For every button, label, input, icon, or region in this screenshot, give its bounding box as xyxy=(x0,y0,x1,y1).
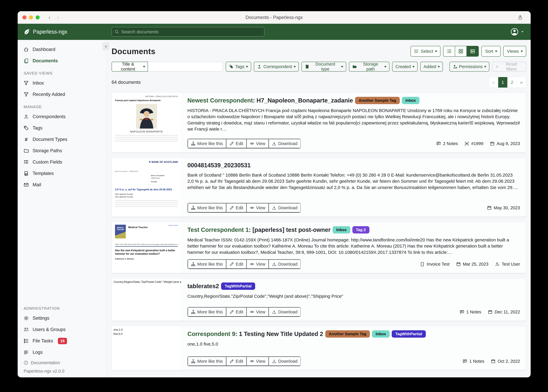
hash-icon: # xyxy=(24,137,29,142)
tag-pill[interactable]: Inbox xyxy=(372,330,389,338)
tag-pill[interactable]: Tag 2 xyxy=(352,226,369,233)
edit-button[interactable]: Edit xyxy=(226,203,246,212)
document-thumbnail[interactable]: ✳ BANK OF SCOTLAND Bank of Scotland · 10… xyxy=(112,158,181,217)
sort-button[interactable]: Sort▾ xyxy=(482,46,501,57)
download-button[interactable]: Download xyxy=(269,307,301,316)
download-button[interactable]: Download xyxy=(269,203,301,212)
notes-indicator[interactable]: 2 Notes xyxy=(436,141,458,146)
document-thumbnail[interactable]: MEDICAL TEACHER Medical Teacher Taylor &… xyxy=(112,222,181,273)
edit-button[interactable]: Edit xyxy=(226,357,246,366)
view-detail-button[interactable] xyxy=(467,46,478,56)
download-button[interactable]: Download xyxy=(269,259,301,269)
document-correspondent-link[interactable]: Test Correspondent 1 xyxy=(187,226,249,233)
view-button[interactable]: View xyxy=(246,307,269,316)
document-thumbnail[interactable]: Country,Region/State,"Zip/Postal Code","… xyxy=(112,278,181,321)
edit-button[interactable]: Edit xyxy=(226,259,246,269)
more-like-this-button[interactable]: More like this xyxy=(188,307,226,316)
document-card: Serial Number,Company Name,Employee Mark… xyxy=(112,375,526,377)
added-filter-button[interactable]: Added▾ xyxy=(420,62,443,71)
title-content-dropdown[interactable]: Title & content▾ xyxy=(112,62,148,71)
svg-text:?: ? xyxy=(25,362,27,364)
sidebar-label: Custom Fields xyxy=(33,159,62,165)
pagination-prev[interactable]: « xyxy=(489,77,498,88)
share-icon[interactable] xyxy=(518,15,523,20)
document-snippet: Medical Teacher ISSN: 0142-159X (Print) … xyxy=(187,237,520,255)
sidebar-item-correspondents[interactable]: Correspondents xyxy=(18,111,106,122)
sidebar-item-templates[interactable]: Templates xyxy=(18,168,106,179)
pagination-next[interactable]: » xyxy=(517,77,526,88)
search-input[interactable] xyxy=(121,29,261,34)
tag-pill[interactable]: Inbox xyxy=(333,226,350,233)
more-like-this-button[interactable]: More like this xyxy=(188,203,226,212)
document-type-filter-button[interactable]: Document type▾ xyxy=(302,62,346,71)
grid-view-icon xyxy=(458,49,463,54)
document-card: ✳ BANK OF SCOTLAND Bank of Scotland · 10… xyxy=(112,158,526,217)
created-filter-button[interactable]: Created▾ xyxy=(392,62,418,71)
edit-button[interactable]: Edit xyxy=(226,139,246,148)
notes-indicator[interactable]: 1 Notes xyxy=(460,309,481,315)
sidebar-item-dashboard[interactable]: Dashboard xyxy=(18,44,106,55)
document-correspondent-link[interactable]: Correspondent 9 xyxy=(187,331,235,337)
brand[interactable]: Paperless-ngx xyxy=(23,28,67,35)
sidebar-label: Recently Added xyxy=(33,92,65,97)
view-button[interactable]: View xyxy=(246,203,269,212)
tag-pill[interactable]: TagWithPartial xyxy=(221,282,255,290)
sidebar-item-logs[interactable]: Logs xyxy=(18,347,106,358)
sidebar-item-storage-paths[interactable]: Storage Paths xyxy=(18,145,106,156)
tag-pill[interactable]: TagWithPartial xyxy=(392,330,426,338)
tag-pill[interactable]: Another Sample Tag xyxy=(355,97,400,104)
tag-pill[interactable]: Inbox xyxy=(402,97,419,104)
sidebar-item-users-groups[interactable]: Users & Groups xyxy=(18,324,106,335)
sidebar-item-documents[interactable]: Documents xyxy=(18,55,106,66)
tags-filter-label: Tags xyxy=(235,64,244,69)
title-content-input[interactable] xyxy=(148,62,223,71)
view-button[interactable]: View xyxy=(246,139,269,148)
correspondent-filter-button[interactable]: Correspondent▾ xyxy=(254,62,299,71)
sort-label: Sort xyxy=(485,49,493,54)
sidebar-collapse-button[interactable]: « xyxy=(102,42,109,50)
sidebar-item-recently-added[interactable]: Recently Added xyxy=(18,89,106,100)
pagination-page-2[interactable]: 2 xyxy=(507,77,517,88)
document-correspondent-link[interactable]: Newest Correspondent xyxy=(187,97,253,104)
sidebar-item-inbox[interactable]: Inbox xyxy=(18,77,106,89)
sidebar-item-mail[interactable]: Mail xyxy=(18,179,106,190)
sidebar-item-settings[interactable]: Settings xyxy=(18,313,106,324)
view-button[interactable]: View xyxy=(246,259,269,269)
sidebar-item-tags[interactable]: Tags xyxy=(18,122,106,134)
permissions-filter-button[interactable]: Permissions▾ xyxy=(449,62,489,71)
sidebar-item-documentation[interactable]: ? Documentation xyxy=(18,358,106,367)
home-icon xyxy=(24,47,29,52)
tag-pill[interactable]: Another Sample Tag xyxy=(325,330,370,338)
more-like-this-button[interactable]: More like this xyxy=(188,139,226,148)
sidebar-section-administration: ADMINISTRATION xyxy=(18,306,106,311)
tags-filter-button[interactable]: Tags▾ xyxy=(226,62,251,71)
document-thumbnail[interactable]: Serial Number,Company Name,Employee Mark… xyxy=(112,375,181,377)
view-button[interactable]: View xyxy=(246,357,269,366)
download-button[interactable]: Download xyxy=(269,357,301,366)
select-button[interactable]: Select▾ xyxy=(411,46,440,57)
question-circle-icon: ? xyxy=(24,360,28,365)
more-like-this-button[interactable]: More like this xyxy=(188,259,226,269)
user-menu[interactable] xyxy=(510,28,524,36)
sidebar-label: Document Types xyxy=(33,137,67,142)
views-button[interactable]: Views▾ xyxy=(503,46,526,57)
document-thumbnail[interactable]: one,1.0 five,5.0 xyxy=(112,326,181,370)
more-like-this-button[interactable]: More like this xyxy=(188,357,226,366)
calendar-icon xyxy=(491,359,496,364)
sidebar-item-document-types[interactable]: # Document Types xyxy=(18,134,106,145)
sidebar-label: Settings xyxy=(33,315,49,321)
pagination-page-1[interactable]: 1 xyxy=(498,77,507,88)
leaf-logo-icon xyxy=(23,28,30,35)
storage-path-filter-button[interactable]: Storage path▾ xyxy=(349,62,389,71)
view-grid-button[interactable] xyxy=(455,46,467,56)
sidebar-item-file-tasks[interactable]: File Tasks 16 xyxy=(18,335,106,347)
reset-filters-button[interactable]: × Reset filters xyxy=(492,62,526,71)
document-thumbnail[interactable]: HISTORIA - PRACA DLA CHĘTNYCH Francja po… xyxy=(112,93,181,152)
sidebar-item-custom-fields[interactable]: Custom Fields xyxy=(18,156,106,168)
notes-indicator[interactable]: 1 Notes xyxy=(463,359,484,364)
edit-button[interactable]: Edit xyxy=(226,307,246,316)
view-list-button[interactable] xyxy=(443,46,455,56)
search-bar[interactable] xyxy=(112,27,264,37)
download-button[interactable]: Download xyxy=(269,139,301,148)
folder-icon xyxy=(352,64,357,69)
